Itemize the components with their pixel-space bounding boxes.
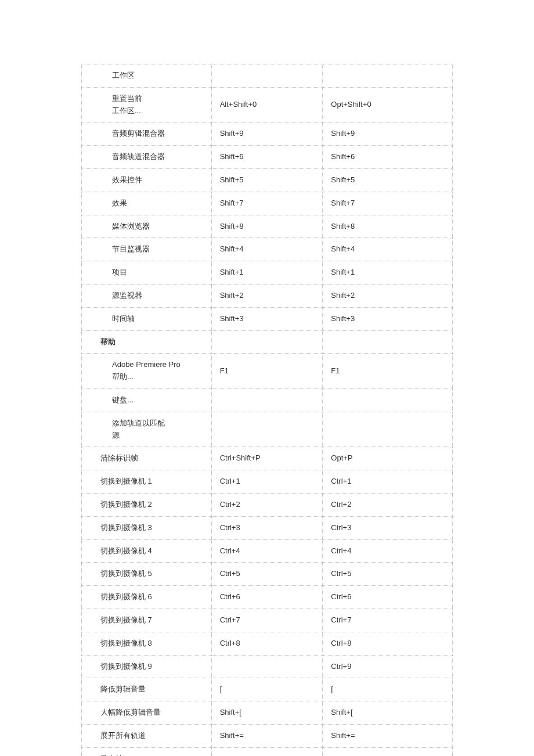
command-label: 音频剪辑混合器 bbox=[82, 123, 212, 146]
command-label: 大幅降低剪辑音量 bbox=[82, 701, 212, 725]
shortcut-mac: Ctrl+3 bbox=[323, 516, 453, 539]
table-row: 媒体浏览器Shift+8Shift+8 bbox=[82, 215, 453, 238]
command-label: Adobe Premiere Pro 帮助... bbox=[82, 354, 212, 389]
table-row: 切换到摄像机 2Ctrl+2Ctrl+2 bbox=[82, 493, 453, 516]
shortcut-windows: Ctrl+8 bbox=[211, 632, 323, 655]
table-row: 源监视器Shift+2Shift+2 bbox=[82, 284, 453, 307]
shortcut-mac: Ctrl+6 bbox=[323, 586, 453, 609]
shortcut-windows: Shift+2 bbox=[211, 284, 323, 307]
table-row: 大幅降低剪辑音量Shift+[Shift+[ bbox=[82, 701, 453, 725]
shortcut-windows: [ bbox=[211, 678, 323, 701]
table-row: 效果Shift+7Shift+7 bbox=[82, 192, 453, 215]
table-row: 音频剪辑混合器Shift+9Shift+9 bbox=[82, 123, 453, 146]
command-label: 切换到摄像机 7 bbox=[82, 609, 212, 632]
table-row: 切换到摄像机 1Ctrl+1Ctrl+1 bbox=[82, 470, 453, 494]
shortcut-mac: Shift+8 bbox=[323, 215, 453, 238]
command-label: 重置当前 工作区... bbox=[82, 87, 212, 123]
shortcut-mac: Ctrl+8 bbox=[323, 632, 453, 655]
shortcut-mac: Shift+5 bbox=[323, 168, 453, 192]
shortcut-mac: Shift+E bbox=[323, 747, 453, 756]
command-label: 清除标识帧 bbox=[82, 447, 212, 470]
table-row: 降低剪辑音量[[ bbox=[82, 678, 453, 701]
table-row: 切换到摄像机 7Ctrl+7Ctrl+7 bbox=[82, 609, 453, 632]
command-label: 展开所有轨道 bbox=[82, 724, 212, 747]
command-label: 切换到摄像机 8 bbox=[82, 632, 212, 655]
command-label: 时间轴 bbox=[82, 307, 212, 330]
shortcut-windows: Shift+6 bbox=[211, 146, 323, 169]
shortcut-windows: Shift+[ bbox=[211, 701, 323, 725]
shortcut-windows: Ctrl+1 bbox=[211, 470, 323, 494]
table-row: 切换到摄像机 4Ctrl+4Ctrl+4 bbox=[82, 539, 453, 563]
table-row: 时间轴Shift+3Shift+3 bbox=[82, 307, 453, 330]
shortcut-mac: Shift+2 bbox=[323, 284, 453, 307]
shortcut-mac: Shift+6 bbox=[323, 146, 453, 169]
shortcut-windows: Shift+3 bbox=[211, 307, 323, 330]
shortcut-windows: Ctrl+Shift+P bbox=[211, 447, 323, 470]
shortcut-windows: Shift+8 bbox=[211, 215, 323, 238]
shortcut-windows: Shift+7 bbox=[211, 192, 323, 215]
shortcut-windows bbox=[211, 64, 323, 88]
shortcut-windows: Shift+9 bbox=[211, 123, 323, 146]
command-label: 节目监视器 bbox=[82, 238, 212, 261]
shortcut-windows: Shift+4 bbox=[211, 238, 323, 261]
table-row: 切换到摄像机 8Ctrl+8Ctrl+8 bbox=[82, 632, 453, 655]
command-label: 工作区 bbox=[82, 64, 212, 88]
command-label: 效果 bbox=[82, 192, 212, 215]
command-label: 帮助 bbox=[82, 330, 212, 354]
shortcut-mac: Shift+3 bbox=[323, 307, 453, 330]
shortcut-windows bbox=[211, 412, 323, 447]
command-label: 切换到摄像机 5 bbox=[82, 563, 212, 586]
shortcut-windows: Alt+Shift+0 bbox=[211, 87, 323, 123]
table-row: 清除标识帧Ctrl+Shift+POpt+P bbox=[82, 447, 453, 470]
shortcut-mac: Ctrl+5 bbox=[323, 563, 453, 586]
shortcut-mac: Shift+9 bbox=[323, 123, 453, 146]
command-label: 降低剪辑音量 bbox=[82, 678, 212, 701]
command-label: 切换到摄像机 2 bbox=[82, 493, 212, 516]
command-label: 切换到摄像机 3 bbox=[82, 516, 212, 539]
shortcut-mac: Shift+4 bbox=[323, 238, 453, 261]
command-label: 效果控件 bbox=[82, 168, 212, 192]
table-row: 展开所有轨道Shift+=Shift+= bbox=[82, 724, 453, 747]
command-label: 切换到摄像机 6 bbox=[82, 586, 212, 609]
shortcut-windows: Ctrl+7 bbox=[211, 609, 323, 632]
shortcut-windows: Shift+= bbox=[211, 724, 323, 747]
shortcut-mac: [ bbox=[323, 678, 453, 701]
shortcut-mac bbox=[323, 388, 453, 412]
shortcut-mac bbox=[323, 330, 453, 354]
shortcut-mac: Opt+Shift+0 bbox=[323, 87, 453, 123]
shortcut-windows bbox=[211, 388, 323, 412]
shortcuts-table: 工作区重置当前 工作区...Alt+Shift+0Opt+Shift+0音频剪辑… bbox=[81, 64, 453, 756]
shortcut-mac: F1 bbox=[323, 354, 453, 389]
table-row: 帮助 bbox=[82, 330, 453, 354]
shortcut-mac: Ctrl+1 bbox=[323, 470, 453, 494]
command-label: 媒体浏览器 bbox=[82, 215, 212, 238]
shortcut-mac: Ctrl+2 bbox=[323, 493, 453, 516]
command-label: 添加轨道以匹配 源 bbox=[82, 412, 212, 447]
shortcut-mac: Ctrl+7 bbox=[323, 609, 453, 632]
table-row: 节目监视器Shift+4Shift+4 bbox=[82, 238, 453, 261]
command-label: 源监视器 bbox=[82, 284, 212, 307]
shortcut-windows: Ctrl+2 bbox=[211, 493, 323, 516]
shortcut-mac: Shift+= bbox=[323, 724, 453, 747]
table-row: 切换到摄像机 6Ctrl+6Ctrl+6 bbox=[82, 586, 453, 609]
table-row: 工作区 bbox=[82, 64, 453, 88]
shortcut-mac bbox=[323, 412, 453, 447]
shortcut-mac: Shift+1 bbox=[323, 261, 453, 285]
table-row: 键盘... bbox=[82, 388, 453, 412]
table-row: 项目Shift+1Shift+1 bbox=[82, 261, 453, 285]
command-label: 切换到摄像机 1 bbox=[82, 470, 212, 494]
table-row: 导出帧Ctrl+Shift+EShift+E bbox=[82, 747, 453, 756]
command-label: 音频轨道混合器 bbox=[82, 146, 212, 169]
command-label: 切换到摄像机 9 bbox=[82, 655, 212, 678]
shortcut-mac bbox=[323, 64, 453, 88]
table-row: 切换到摄像机 9Ctrl+9 bbox=[82, 655, 453, 678]
shortcut-windows: Ctrl+4 bbox=[211, 539, 323, 563]
command-label: 切换到摄像机 4 bbox=[82, 539, 212, 563]
command-label: 项目 bbox=[82, 261, 212, 285]
shortcut-mac: Ctrl+9 bbox=[323, 655, 453, 678]
table-row: 切换到摄像机 3Ctrl+3Ctrl+3 bbox=[82, 516, 453, 539]
table-row: 音频轨道混合器Shift+6Shift+6 bbox=[82, 146, 453, 169]
command-label: 导出帧 bbox=[82, 747, 212, 756]
shortcut-windows: Shift+5 bbox=[211, 168, 323, 192]
shortcut-windows: Ctrl+Shift+E bbox=[211, 747, 323, 756]
